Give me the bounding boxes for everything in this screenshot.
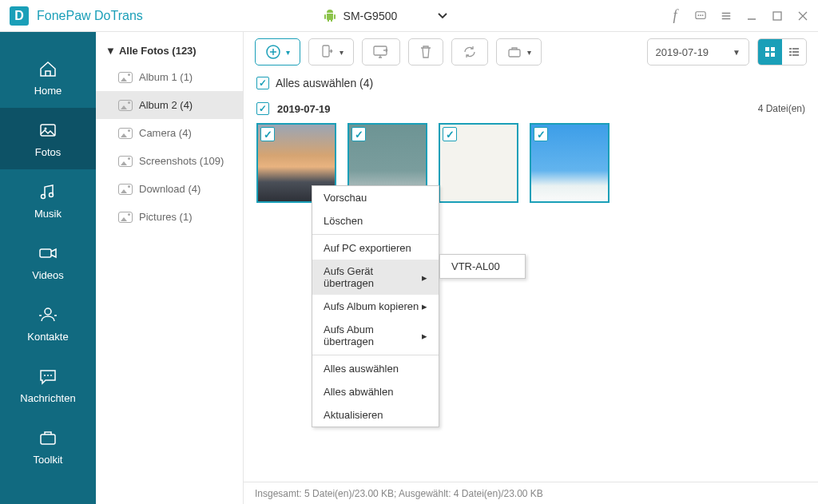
sidebar-item-fotos[interactable]: Fotos xyxy=(0,108,96,169)
export-to-pc-button[interactable] xyxy=(362,38,400,65)
feedback-icon[interactable] xyxy=(695,10,706,22)
caret-down-icon: ▼ xyxy=(105,45,116,57)
svg-rect-22 xyxy=(771,53,775,57)
ctx-transfer-album[interactable]: Aufs Abum übertragen▸ xyxy=(312,318,439,353)
status-bar: Insgesamt: 5 Datei(en)/23.00 KB; Ausgewä… xyxy=(244,482,818,504)
videos-icon xyxy=(37,242,59,264)
svg-rect-23 xyxy=(789,48,792,50)
sidebar-item-home[interactable]: Home xyxy=(0,46,96,108)
ctx-select-all[interactable]: Alles auswählen xyxy=(312,357,439,380)
photo-thumbnail[interactable]: ✓ xyxy=(439,123,518,203)
album-icon xyxy=(118,212,133,223)
photo-checkbox[interactable]: ✓ xyxy=(443,127,457,141)
svg-rect-14 xyxy=(41,435,55,444)
close-button[interactable] xyxy=(797,10,808,22)
svg-rect-9 xyxy=(40,249,51,257)
tree-item-screenshots[interactable]: Screenshots (109) xyxy=(96,147,243,175)
delete-button[interactable] xyxy=(408,38,443,65)
status-text: Insgesamt: 5 Datei(en)/23.00 KB; Ausgewä… xyxy=(255,488,543,499)
sidebar-label: Toolkit xyxy=(34,454,63,466)
album-icon xyxy=(118,72,133,83)
sidebar-item-videos[interactable]: Videos xyxy=(0,231,96,292)
svg-point-13 xyxy=(50,375,52,376)
svg-rect-24 xyxy=(792,48,799,50)
maximize-button[interactable] xyxy=(772,10,783,22)
sidebar-item-musik[interactable]: Musik xyxy=(0,169,96,231)
sidebar-label: Nachrichten xyxy=(20,392,75,404)
music-icon xyxy=(37,181,59,203)
svg-rect-21 xyxy=(765,53,769,57)
sidebar-label: Home xyxy=(34,85,62,97)
app-logo: D xyxy=(10,6,29,26)
messages-icon xyxy=(37,365,59,387)
svg-point-8 xyxy=(50,193,54,197)
svg-point-12 xyxy=(47,375,49,376)
device-name: SM-G9500 xyxy=(343,10,398,22)
photo-checkbox[interactable]: ✓ xyxy=(351,127,366,141)
photo-checkbox[interactable]: ✓ xyxy=(534,127,548,141)
sidebar-item-kontakte[interactable]: Kontakte xyxy=(0,292,96,354)
svg-rect-26 xyxy=(792,51,799,53)
list-view-button[interactable] xyxy=(782,39,806,65)
photo-checkbox[interactable]: ✓ xyxy=(260,127,275,141)
svg-rect-28 xyxy=(792,54,799,56)
chevron-down-icon xyxy=(437,10,448,22)
submenu-device[interactable]: VTR-AL00 xyxy=(440,255,525,278)
date-filter[interactable]: 2019-07-19▼ xyxy=(647,38,749,65)
ctx-refresh[interactable]: Aktualisieren xyxy=(312,403,439,427)
tree-root[interactable]: ▼Alle Fotos (123) xyxy=(96,38,243,63)
photo-thumbnail[interactable]: ✓ xyxy=(530,123,610,203)
minimize-button[interactable] xyxy=(746,10,757,22)
sidebar-label: Musik xyxy=(34,208,62,220)
ctx-export-pc[interactable]: Auf PC exportieren xyxy=(312,236,439,260)
sidebar-label: Kontakte xyxy=(27,331,68,343)
context-submenu: VTR-AL00 xyxy=(439,254,526,279)
separator xyxy=(312,355,439,355)
tree-item-download[interactable]: Download (4) xyxy=(96,175,243,203)
album-icon xyxy=(118,184,133,195)
tree-item-pictures[interactable]: Pictures (1) xyxy=(96,203,243,231)
view-toggle xyxy=(757,38,807,65)
album-icon xyxy=(118,100,133,111)
tree-item-album1[interactable]: Album 1 (1) xyxy=(96,63,243,91)
group-checkbox[interactable]: ✓ xyxy=(256,102,269,115)
sidebar-label: Fotos xyxy=(35,146,62,158)
chevron-right-icon: ▸ xyxy=(422,330,427,342)
ctx-deselect-all[interactable]: Alles abwählen xyxy=(312,380,439,403)
more-tools-button[interactable]: ▾ xyxy=(496,38,542,65)
sidebar-item-toolkit[interactable]: Toolkit xyxy=(0,415,96,477)
chevron-right-icon: ▸ xyxy=(422,300,427,312)
sidebar-item-nachrichten[interactable]: Nachrichten xyxy=(0,354,96,415)
device-selector[interactable]: SM-G9500 xyxy=(316,6,497,26)
export-to-device-button[interactable]: ▾ xyxy=(308,38,354,65)
ctx-transfer-device[interactable]: Aufs Gerät übertragen▸ xyxy=(312,260,439,295)
select-all-label: Alles auswählen (4) xyxy=(276,77,373,89)
svg-point-7 xyxy=(42,195,46,199)
ctx-delete[interactable]: Löschen xyxy=(312,209,439,232)
select-all-checkbox[interactable]: ✓ xyxy=(256,77,269,89)
svg-point-11 xyxy=(44,375,46,376)
menu-icon[interactable] xyxy=(721,10,732,22)
separator xyxy=(312,234,439,235)
album-icon xyxy=(118,156,133,167)
add-button[interactable]: ▾ xyxy=(255,38,300,65)
context-menu: Vorschau Löschen Auf PC exportieren Aufs… xyxy=(312,185,439,427)
tree-item-album2[interactable]: Album 2 (4) xyxy=(96,91,243,119)
svg-rect-27 xyxy=(789,54,792,56)
group-date: 2019-07-19 xyxy=(277,103,331,115)
sidebar: Home Fotos Musik Videos Kontakte Nachric… xyxy=(0,32,96,504)
refresh-button[interactable] xyxy=(451,38,488,65)
ctx-preview[interactable]: Vorschau xyxy=(312,186,439,209)
facebook-icon[interactable]: f xyxy=(669,10,681,22)
group-filecount: 4 Datei(en) xyxy=(758,103,805,114)
ctx-copy-album[interactable]: Aufs Album kopieren▸ xyxy=(312,295,439,318)
svg-rect-4 xyxy=(773,12,781,20)
svg-point-3 xyxy=(702,14,704,16)
svg-rect-20 xyxy=(771,47,775,51)
tree-item-camera[interactable]: Camera (4) xyxy=(96,119,243,147)
svg-point-1 xyxy=(698,14,700,16)
toolbar: ▾ ▾ ▾ 2019-07-19▼ xyxy=(244,32,818,72)
svg-rect-16 xyxy=(323,46,329,57)
grid-view-button[interactable] xyxy=(758,39,782,65)
album-tree: ▼Alle Fotos (123) Album 1 (1) Album 2 (4… xyxy=(96,32,244,504)
